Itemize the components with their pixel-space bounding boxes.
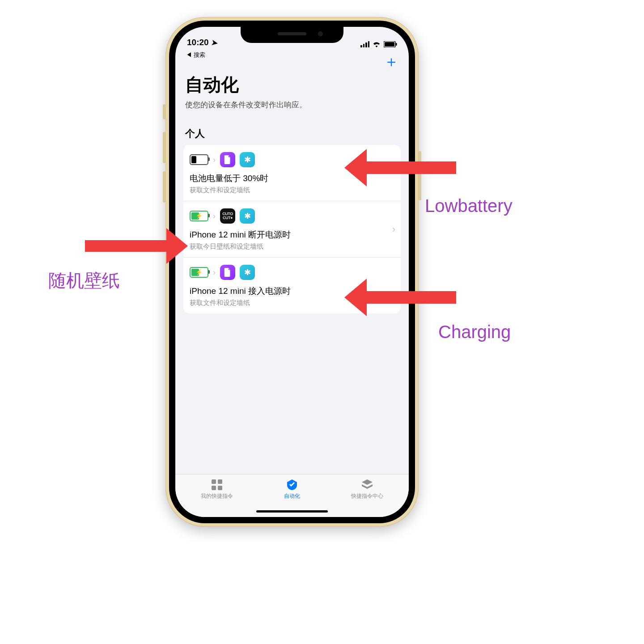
tab-my-shortcuts[interactable]: 我的快捷指令: [201, 479, 233, 500]
file-icon: [220, 152, 235, 167]
battery-low-icon: [190, 154, 208, 165]
svg-rect-2: [396, 43, 397, 46]
nav-bar: ＋: [175, 50, 409, 72]
volume-down-button: [163, 171, 165, 203]
cellular-icon: [360, 41, 369, 47]
disclosure-chevron-icon: ›: [392, 224, 395, 235]
tab-gallery[interactable]: 快捷指令中心: [351, 479, 383, 500]
back-to-search[interactable]: ◀ 搜索: [186, 51, 205, 59]
screen: 10:20 ➤ ◀ 搜索 ＋ 自: [175, 27, 409, 517]
svg-rect-4: [218, 479, 222, 484]
settings-gear-icon: ✱: [240, 265, 255, 280]
automation-row-title: iPhone 12 mini 接入电源时: [190, 285, 394, 297]
tab-label: 快捷指令中心: [351, 492, 383, 500]
layers-icon: [360, 479, 374, 491]
chevron-right-icon: ›: [213, 212, 216, 221]
volume-up-button: [163, 132, 165, 163]
status-time: 10:20: [187, 38, 209, 47]
automation-row-low-battery[interactable]: › ✱ 电池电量低于 30%时 获取文件和设定墙纸: [183, 145, 401, 201]
chevron-right-icon: ›: [213, 155, 216, 165]
home-indicator[interactable]: [256, 510, 328, 513]
automation-badge-icon: [285, 479, 299, 491]
svg-rect-6: [218, 486, 222, 490]
charging-icon: ⚡: [190, 267, 208, 278]
automation-row-connect-power[interactable]: ⚡ › ✱ iPhone 12 mini 接入电源时 获取文件和设定墙纸: [183, 258, 401, 314]
charging-icon: ⚡: [190, 211, 208, 221]
wifi-icon: [372, 41, 381, 47]
automation-row-subtitle: 获取文件和设定墙纸: [190, 299, 394, 307]
automation-row-subtitle: 获取文件和设定墙纸: [190, 186, 394, 195]
grid-icon: [210, 479, 224, 491]
automation-row-subtitle: 获取今日壁纸和设定墙纸: [190, 242, 394, 251]
tab-label: 我的快捷指令: [201, 492, 233, 500]
annotation-label-random-wallpaper: 随机壁纸: [48, 268, 120, 293]
battery-icon: [384, 41, 397, 47]
notch: [241, 27, 343, 43]
automation-row-title: 电池电量低于 30%时: [190, 173, 394, 184]
page-title: 自动化: [185, 72, 399, 97]
mute-switch: [163, 104, 165, 119]
svg-rect-5: [212, 486, 216, 490]
automation-row-title: iPhone 12 mini 断开电源时: [190, 229, 394, 241]
svg-rect-3: [212, 479, 216, 484]
tab-bar: 我的快捷指令 自动化 快捷指令中心: [175, 474, 409, 517]
svg-rect-1: [385, 42, 394, 47]
settings-gear-icon: ✱: [240, 208, 255, 224]
file-icon: [220, 265, 235, 280]
location-icon: ➤: [211, 37, 218, 47]
section-personal-label: 个人: [175, 114, 409, 145]
tab-automation[interactable]: 自动化: [284, 479, 300, 500]
phone-frame: 10:20 ➤ ◀ 搜索 ＋ 自: [165, 17, 419, 527]
page-subtitle: 使您的设备在条件改变时作出响应。: [185, 100, 399, 110]
settings-gear-icon: ✱: [240, 152, 255, 167]
automation-list: › ✱ 电池电量低于 30%时 获取文件和设定墙纸 ⚡ › CUTOCUT●: [183, 145, 401, 314]
annotation-label-charging: Charging: [438, 322, 511, 342]
tab-label: 自动化: [284, 492, 300, 500]
power-button: [419, 151, 421, 200]
annotation-label-lowbattery: Lowbattery: [425, 196, 513, 216]
add-automation-button[interactable]: ＋: [384, 54, 399, 69]
chevron-right-icon: ›: [213, 268, 216, 277]
automation-row-disconnect-power[interactable]: ⚡ › CUTOCUT● ✱ iPhone 12 mini 断开电源时 获取今日…: [183, 201, 401, 258]
cuto-app-icon: CUTOCUT●: [220, 208, 235, 224]
